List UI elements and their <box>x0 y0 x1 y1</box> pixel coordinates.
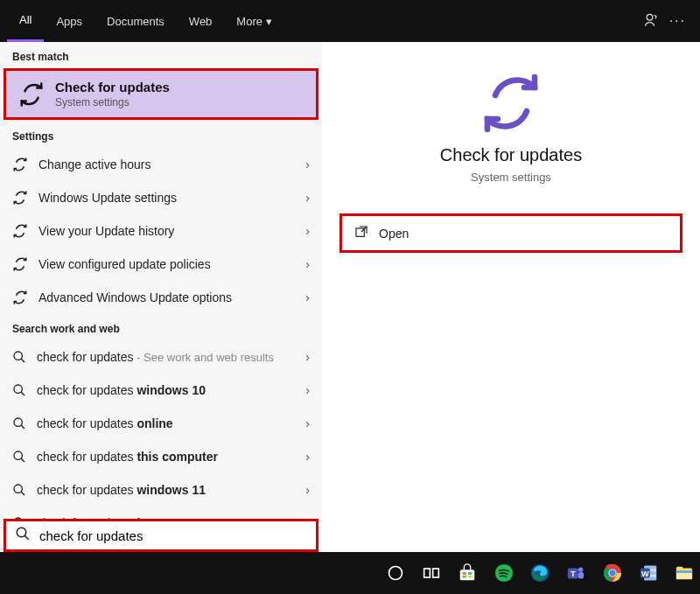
open-label: Open <box>379 227 409 241</box>
feedback-icon[interactable] <box>643 11 661 31</box>
svg-text:T: T <box>570 570 576 578</box>
web-suggestion-label: check for updates this computer <box>37 450 310 464</box>
open-button[interactable]: Open <box>340 213 682 253</box>
sync-icon <box>18 81 45 108</box>
search-box[interactable] <box>4 519 318 552</box>
sync-icon <box>12 190 28 206</box>
svg-text:W: W <box>641 570 649 578</box>
tab-web[interactable]: Web <box>177 0 225 42</box>
svg-line-15 <box>24 535 29 540</box>
settings-item-label: Advanced Windows Update options <box>38 290 310 304</box>
settings-item[interactable]: Windows Update settings › <box>0 181 322 214</box>
store-icon[interactable] <box>452 557 483 589</box>
web-suggestion[interactable]: check for updates - See work and web res… <box>0 340 322 374</box>
svg-rect-22 <box>463 576 467 578</box>
tab-all[interactable]: All <box>7 0 44 42</box>
sync-icon <box>12 256 28 272</box>
svg-point-3 <box>14 385 22 393</box>
more-options-icon[interactable]: ··· <box>669 13 686 29</box>
svg-line-4 <box>21 392 24 395</box>
svg-line-8 <box>21 458 24 462</box>
best-match-result[interactable]: Check for updates System settings <box>4 68 318 120</box>
search-input[interactable] <box>39 528 307 543</box>
spotify-icon[interactable] <box>488 557 519 589</box>
svg-rect-20 <box>463 572 467 575</box>
web-suggestion[interactable]: check for updates windows 10 › <box>0 374 322 407</box>
svg-point-16 <box>388 567 402 580</box>
web-suggestion-label: check for updates online <box>37 416 310 430</box>
web-suggestion-label: check for updates windows 10 <box>37 383 310 397</box>
web-suggestion-label: check for updates - See work and web res… <box>37 350 310 364</box>
chrome-icon[interactable] <box>597 557 627 589</box>
word-icon[interactable]: W <box>633 557 663 589</box>
svg-rect-23 <box>468 576 472 578</box>
search-icon <box>12 383 26 397</box>
chevron-right-icon: › <box>305 257 310 271</box>
settings-item[interactable]: Advanced Windows Update options › <box>0 281 322 314</box>
sync-icon <box>12 290 28 305</box>
search-icon <box>12 416 26 430</box>
svg-point-32 <box>609 570 615 576</box>
svg-line-10 <box>21 492 24 495</box>
results-panel: Best match Check for updates System sett… <box>0 42 322 552</box>
chevron-right-icon: › <box>305 157 310 171</box>
best-match-title: Check for updates <box>55 80 170 94</box>
search-icon <box>12 350 26 364</box>
chevron-down-icon: ▾ <box>266 15 272 28</box>
sync-icon <box>473 72 549 135</box>
tab-apps[interactable]: Apps <box>44 0 94 42</box>
section-best-match: Best match <box>0 42 322 68</box>
taskbar: T W <box>0 552 700 594</box>
svg-rect-19 <box>460 570 475 580</box>
tab-more-label: More <box>236 15 262 28</box>
chevron-right-icon: › <box>305 450 310 464</box>
chevron-right-icon: › <box>305 224 310 238</box>
svg-rect-18 <box>433 569 439 577</box>
chevron-right-icon: › <box>305 350 310 364</box>
search-icon <box>15 526 31 545</box>
teams-icon[interactable]: T <box>561 557 592 589</box>
search-icon <box>12 450 26 464</box>
section-settings: Settings <box>0 122 322 148</box>
preview-panel: Check for updates System settings Open <box>322 42 700 552</box>
svg-point-9 <box>14 485 22 493</box>
svg-line-6 <box>21 425 24 429</box>
settings-item-label: Change active hours <box>38 157 310 171</box>
best-match-subtitle: System settings <box>55 96 170 108</box>
sync-icon <box>12 157 28 172</box>
preview-title: Check for updates <box>331 145 691 165</box>
svg-point-1 <box>14 352 22 360</box>
svg-rect-40 <box>676 570 692 573</box>
web-suggestion[interactable]: check for updates windows 11 › <box>0 473 322 507</box>
tab-documents[interactable]: Documents <box>94 0 177 42</box>
preview-subtitle: System settings <box>331 171 691 184</box>
svg-rect-17 <box>424 569 430 577</box>
chevron-right-icon: › <box>305 416 310 430</box>
settings-item-label: View configured update policies <box>38 257 310 271</box>
chevron-right-icon: › <box>305 191 310 205</box>
task-view-icon[interactable] <box>416 557 446 589</box>
settings-item[interactable]: View configured update policies › <box>0 248 322 281</box>
section-search-web: Search work and web <box>0 314 322 340</box>
web-suggestion[interactable]: check for updates online › <box>0 407 322 440</box>
svg-line-2 <box>21 359 24 362</box>
svg-point-0 <box>647 14 653 20</box>
settings-item[interactable]: Change active hours › <box>0 148 322 181</box>
file-explorer-icon[interactable] <box>669 557 700 589</box>
svg-point-14 <box>17 528 26 537</box>
settings-item[interactable]: View your Update history › <box>0 214 322 248</box>
web-suggestion[interactable]: check for updates this computer › <box>0 440 322 473</box>
svg-point-7 <box>14 451 22 459</box>
cortana-icon[interactable] <box>380 557 410 589</box>
svg-rect-29 <box>578 572 584 578</box>
chevron-right-icon: › <box>305 290 310 304</box>
open-icon <box>354 225 368 241</box>
svg-point-28 <box>578 568 584 573</box>
svg-point-5 <box>14 418 22 426</box>
edge-icon[interactable] <box>524 557 555 589</box>
tab-more[interactable]: More ▾ <box>224 0 284 42</box>
search-icon <box>12 483 26 497</box>
svg-rect-21 <box>468 572 472 575</box>
chevron-right-icon: › <box>305 383 310 397</box>
chevron-right-icon: › <box>305 483 310 497</box>
